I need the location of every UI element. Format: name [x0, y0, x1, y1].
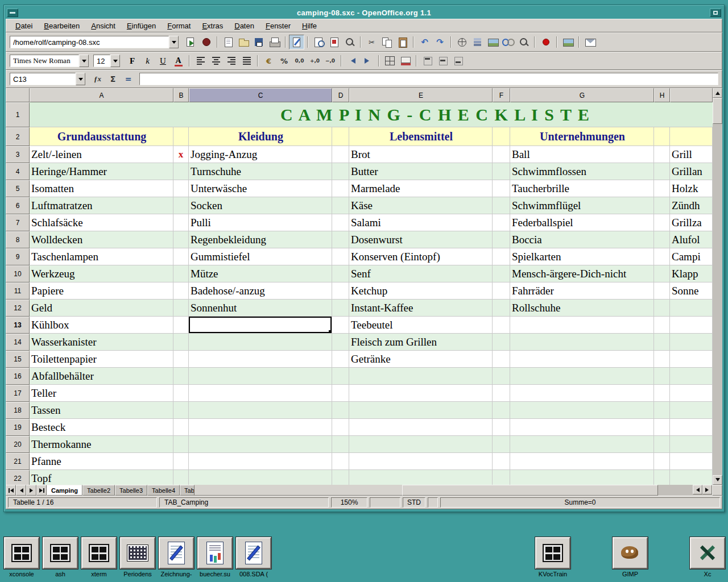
cell-G13[interactable] [510, 317, 654, 334]
scroll-left-button[interactable] [693, 485, 702, 494]
navigator-button[interactable] [454, 35, 470, 49]
cell-G22[interactable] [510, 470, 654, 485]
cell-reference-input[interactable] [10, 73, 76, 85]
row-header-1[interactable]: 1 [6, 102, 30, 127]
row-header-8[interactable]: 8 [6, 231, 30, 248]
cell-A6[interactable]: Luftmatratzen [30, 197, 173, 214]
cell-C13[interactable] [189, 317, 332, 334]
cell-B21[interactable] [173, 453, 189, 470]
cell-F15[interactable] [493, 351, 510, 368]
cell-D5[interactable] [332, 180, 349, 197]
scroll-up-button[interactable] [713, 88, 722, 98]
cell-I20[interactable] [670, 436, 713, 453]
cell-C21[interactable] [189, 453, 332, 470]
taskbar-item-ash[interactable]: ash [42, 537, 78, 577]
row-header-17[interactable]: 17 [6, 385, 30, 402]
cell-C5[interactable]: Unterwäsche [189, 180, 332, 197]
gallery-button[interactable] [485, 35, 500, 49]
cell-I7[interactable]: Grillza [670, 214, 713, 231]
borders-button[interactable] [382, 53, 398, 68]
cell-I14[interactable] [670, 334, 713, 351]
cell-A7[interactable]: Schlafsäcke [30, 214, 173, 231]
cell-C4[interactable]: Turnschuhe [189, 163, 332, 180]
status-insert-mode[interactable] [370, 497, 400, 508]
cell-E15[interactable]: Getränke [349, 351, 493, 368]
cell-F19[interactable] [493, 419, 510, 436]
cell-B13[interactable] [173, 317, 189, 334]
row-header-19[interactable]: 19 [6, 419, 30, 436]
cell-A19[interactable]: Besteck [30, 419, 173, 436]
window-maximize-button[interactable] [710, 9, 721, 17]
cell-G4[interactable]: Schwimmflossen [510, 163, 654, 180]
cell-B22[interactable] [173, 470, 189, 485]
taskbar-item-008-sda[interactable]: 008.SDA ( [235, 537, 272, 577]
cell-G12[interactable]: Rollschuhe [510, 300, 654, 317]
record-macro-button[interactable] [538, 35, 553, 49]
open-file-button[interactable] [236, 35, 251, 49]
cell-G7[interactable]: Federballspiel [510, 214, 654, 231]
cell-F4[interactable] [493, 163, 510, 180]
cell-C7[interactable]: Pulli [189, 214, 332, 231]
cell-I21[interactable] [670, 453, 713, 470]
sum-button[interactable]: Σ [105, 72, 121, 86]
cell-H12[interactable] [654, 300, 670, 317]
cell-C11[interactable]: Badehose/-anzug [189, 282, 332, 300]
cell-C15[interactable] [189, 351, 332, 368]
cell-H10[interactable] [654, 265, 670, 282]
bold-button[interactable]: F [125, 53, 140, 68]
menu-datei[interactable]: Datei [11, 20, 37, 31]
cell-A10[interactable]: Werkzeug [30, 265, 173, 282]
cell-F21[interactable] [493, 453, 510, 470]
cell-E3[interactable]: Brot [349, 146, 493, 163]
cell-F3[interactable] [493, 146, 510, 163]
cell-F14[interactable] [493, 334, 510, 351]
status-sum[interactable]: Summe=0 [440, 497, 720, 508]
cell-G9[interactable]: Spielkarten [510, 248, 654, 265]
cell-D6[interactable] [332, 197, 349, 214]
taskbar-item-xterm[interactable]: xterm [81, 537, 117, 577]
cell-I4[interactable]: Grillan [670, 163, 713, 180]
cell-E6[interactable]: Käse [349, 197, 493, 214]
row-header-3[interactable]: 3 [6, 146, 30, 163]
row-header-5[interactable]: 5 [6, 180, 30, 197]
cell-I15[interactable] [670, 351, 713, 368]
number-percent-button[interactable]: % [276, 53, 292, 68]
cell-A9[interactable]: Taschenlampen [30, 248, 173, 265]
cut-button[interactable]: ✂ [364, 35, 379, 49]
url-input[interactable] [10, 36, 169, 48]
cell-A4[interactable]: Heringe/Hammer [30, 163, 173, 180]
column-header-h[interactable]: H [654, 88, 670, 102]
data-sources-button[interactable] [470, 35, 485, 49]
cell-A14[interactable]: Wasserkanister [30, 334, 173, 351]
column-header-b[interactable]: B [173, 88, 189, 102]
find-replace-button[interactable] [342, 35, 357, 49]
cell-E21[interactable] [349, 453, 493, 470]
cell-F17[interactable] [493, 385, 510, 402]
function-button[interactable]: = [121, 72, 136, 86]
insert-graphics-button[interactable] [560, 35, 576, 49]
cell-A17[interactable]: Teller [30, 385, 173, 402]
font-name-input[interactable] [10, 55, 79, 67]
taskbar-item-zeichnung[interactable]: Zeichnung- [158, 537, 195, 577]
edit-file-button[interactable] [289, 35, 304, 49]
column-header-a[interactable]: A [30, 88, 173, 102]
cell-D3[interactable] [332, 146, 349, 163]
cell-reference-dropdown-button[interactable] [76, 73, 85, 85]
cell-A16[interactable]: Abfallbehälter [30, 368, 173, 385]
align-right-button[interactable] [224, 53, 239, 68]
status-zoom[interactable]: 150% [331, 497, 367, 508]
cell-B2[interactable] [173, 127, 189, 146]
status-selection-mode[interactable]: STD [403, 497, 425, 508]
export-pdf-button[interactable] [326, 35, 342, 49]
formula-input[interactable] [139, 73, 718, 85]
horizontal-scrollbar[interactable] [402, 485, 712, 496]
status-page-style[interactable]: TAB_Camping [159, 497, 329, 508]
row-header-13[interactable]: 13 [6, 317, 30, 334]
row-header-10[interactable]: 10 [6, 265, 30, 282]
cell-B14[interactable] [173, 334, 189, 351]
zoom-button[interactable] [516, 35, 531, 49]
cell-G10[interactable]: Mensch-ärgere-Dich-nicht [510, 265, 654, 282]
cell-C17[interactable] [189, 385, 332, 402]
column-header-e[interactable]: E [349, 88, 493, 102]
cell-B20[interactable] [173, 436, 189, 453]
